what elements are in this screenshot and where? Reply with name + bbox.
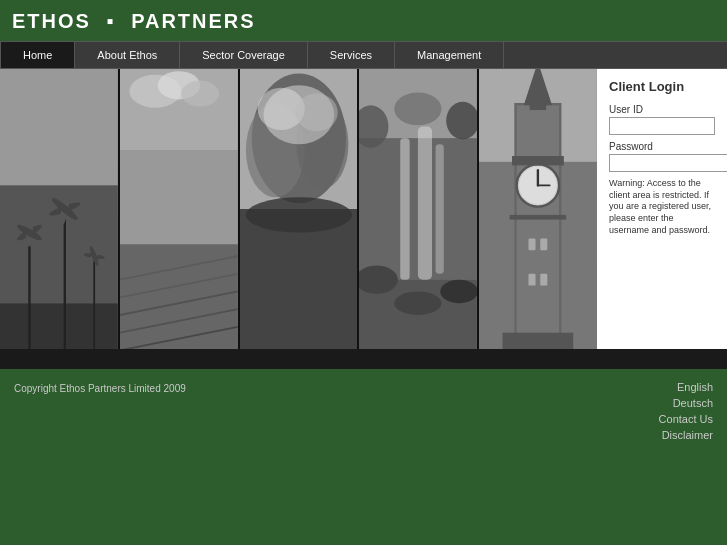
svg-rect-47 bbox=[418, 127, 432, 280]
photo-waterfall bbox=[359, 69, 477, 349]
svg-rect-66 bbox=[540, 238, 547, 250]
svg-rect-67 bbox=[529, 274, 536, 286]
svg-rect-65 bbox=[529, 238, 536, 250]
sidebar: Client Login User ID Password Go Warning… bbox=[597, 69, 727, 349]
svg-rect-68 bbox=[540, 274, 547, 286]
svg-point-36 bbox=[295, 94, 337, 132]
svg-point-45 bbox=[395, 291, 442, 315]
svg-rect-48 bbox=[436, 144, 444, 274]
svg-point-51 bbox=[395, 92, 442, 125]
main-content: Client Login User ID Password Go Warning… bbox=[0, 69, 727, 349]
footer: Copyright Ethos Partners Limited 2009 En… bbox=[0, 369, 727, 459]
nav-item-sector[interactable]: Sector Coverage bbox=[180, 42, 308, 68]
warning-text: Warning: Access to the client area is re… bbox=[609, 178, 715, 236]
svg-rect-1 bbox=[0, 69, 118, 185]
svg-rect-61 bbox=[512, 156, 564, 165]
svg-point-44 bbox=[441, 280, 478, 304]
svg-rect-56 bbox=[517, 105, 559, 336]
client-login-title: Client Login bbox=[609, 79, 715, 94]
footer-links: English Deutsch Contact Us Disclaimer bbox=[659, 381, 713, 441]
nav-item-home[interactable]: Home bbox=[0, 42, 75, 68]
navigation: Home About Ethos Sector Coverage Service… bbox=[0, 41, 727, 69]
footer-link-disclaimer[interactable]: Disclaimer bbox=[662, 429, 713, 441]
photo-strip bbox=[0, 69, 597, 349]
svg-rect-18 bbox=[120, 150, 238, 244]
bottom-bar bbox=[0, 349, 727, 369]
svg-rect-62 bbox=[510, 215, 567, 220]
svg-point-27 bbox=[181, 81, 219, 107]
user-id-label: User ID bbox=[609, 104, 715, 115]
logo: ETHOS ▪ PARTNERS bbox=[12, 10, 256, 33]
svg-rect-69 bbox=[503, 333, 574, 349]
footer-link-contact[interactable]: Contact Us bbox=[659, 413, 713, 425]
password-label: Password bbox=[609, 141, 715, 152]
photo-field bbox=[120, 69, 238, 349]
svg-rect-3 bbox=[0, 303, 118, 349]
photo-wind bbox=[0, 69, 118, 349]
svg-rect-46 bbox=[401, 138, 410, 279]
nav-item-about[interactable]: About Ethos bbox=[75, 42, 180, 68]
password-row: Go bbox=[609, 154, 715, 172]
logo-separator: ▪ bbox=[106, 10, 115, 32]
footer-link-deutsch[interactable]: Deutsch bbox=[673, 397, 713, 409]
header: ETHOS ▪ PARTNERS bbox=[0, 0, 727, 41]
nav-item-services[interactable]: Services bbox=[308, 42, 395, 68]
logo-part2: PARTNERS bbox=[131, 10, 256, 32]
nav-item-management[interactable]: Management bbox=[395, 42, 504, 68]
photo-cloud bbox=[240, 69, 358, 349]
photo-clock-tower bbox=[479, 69, 597, 349]
user-id-input[interactable] bbox=[609, 117, 715, 135]
logo-part1: ETHOS bbox=[12, 10, 91, 32]
svg-rect-64 bbox=[530, 101, 546, 110]
footer-link-english[interactable]: English bbox=[677, 381, 713, 393]
svg-point-38 bbox=[245, 197, 351, 232]
copyright-text: Copyright Ethos Partners Limited 2009 bbox=[14, 383, 186, 394]
password-input[interactable] bbox=[609, 154, 727, 172]
